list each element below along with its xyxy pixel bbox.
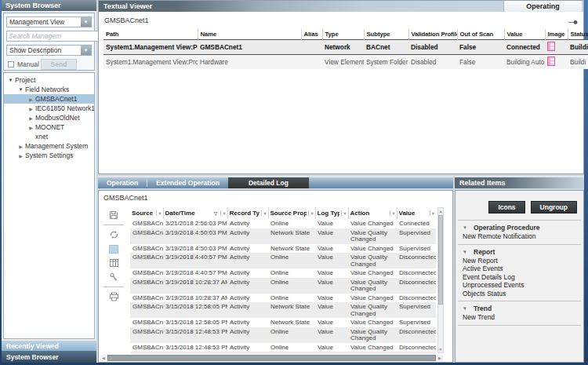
column-header-alias[interactable]: Alias: [301, 29, 322, 40]
related-group-header[interactable]: ▼Trend: [458, 304, 581, 314]
tab-extended-operation[interactable]: Extended Operation: [147, 177, 228, 188]
collapsed-arrow-icon[interactable]: ▶: [16, 153, 25, 159]
tree-item-iec61850-network1[interactable]: ▶IEC61850 Network1: [4, 104, 94, 113]
refresh-icon[interactable]: [106, 228, 122, 242]
tree-item-project[interactable]: ▼Project: [4, 75, 94, 85]
log-row[interactable]: GMSBACnet13/21/2018 2:56:03 PMActivityOn…: [130, 219, 436, 228]
log-row[interactable]: GMSBACnet13/19/2018 4:50:03 PMActivityNe…: [130, 228, 436, 244]
filter-icon[interactable]: ▾: [220, 210, 225, 216]
column-header-source-nam[interactable]: Source Nam▾: [130, 207, 163, 219]
scroll-up-icon[interactable]: ▲: [438, 208, 443, 214]
collapsed-arrow-icon[interactable]: ▶: [16, 144, 25, 149]
log-row[interactable]: GMSBACnet13/19/2018 4:40:57 PMActivityOn…: [130, 253, 436, 268]
key-filter-icon[interactable]: [106, 270, 122, 284]
related-item-new-report[interactable]: New Report: [458, 257, 581, 266]
related-group-header[interactable]: ▼Operating Procedure: [458, 223, 581, 233]
related-item-new-trend[interactable]: New Trend: [458, 314, 581, 323]
columns-icon[interactable]: [106, 256, 122, 270]
search-input[interactable]: [7, 32, 98, 40]
column-header-subtype[interactable]: Subtype: [364, 29, 408, 40]
table-row[interactable]: System1.Management View:Project...GMSBAC…: [103, 40, 588, 55]
print-icon[interactable]: [106, 290, 122, 304]
save-icon[interactable]: [106, 208, 122, 222]
column-header-validation-profile[interactable]: Validation Profile: [408, 29, 457, 40]
related-item-objects-status[interactable]: Objects Status: [458, 290, 581, 299]
cell-record_type: Activity: [227, 294, 268, 303]
filter-icon[interactable]: ▾: [156, 210, 161, 216]
tree-item-xnet[interactable]: xnet: [4, 132, 94, 141]
column-header-record-type[interactable]: Record Type▾: [227, 207, 268, 219]
table-row[interactable]: System1.Management View:Project.F...Hard…: [103, 55, 588, 70]
manual-checkbox[interactable]: [8, 61, 14, 68]
filter-icon[interactable]: ▾: [430, 210, 434, 216]
filter-icon[interactable]: ▾: [308, 210, 313, 216]
pin-icon[interactable]: [568, 20, 578, 25]
icons-button[interactable]: Icons: [488, 201, 524, 214]
cell-value: Disconnected: [397, 294, 436, 303]
column-header-source-propert[interactable]: Source Propert▾: [268, 207, 315, 219]
log-row[interactable]: GMSBACnet13/19/2018 10:28:37 AMActivityO…: [130, 294, 436, 303]
collapsed-arrow-icon[interactable]: ▶: [27, 125, 35, 130]
related-items-body: Icons Ungroup ▼Operating ProcedureNew Re…: [455, 190, 584, 363]
scroll-left-icon[interactable]: ◀: [100, 355, 107, 361]
log-row[interactable]: GMSBACnet13/19/2018 10:28:37 AMActivityO…: [130, 278, 436, 294]
log-row[interactable]: GMSBACnet13/15/2018 12:48:53 PMActivityO…: [130, 327, 436, 343]
scroll-right-icon[interactable]: ▶: [437, 355, 443, 361]
log-row[interactable]: GMSBACnet13/9/2018 2:23:34 PMActivityNet…: [130, 352, 436, 354]
log-row[interactable]: GMSBACnet13/15/2018 12:58:05 PMActivityN…: [130, 318, 436, 327]
related-item-event-details-log[interactable]: Event Details Log: [458, 274, 581, 283]
collapsed-arrow-icon[interactable]: ▶: [27, 97, 35, 102]
related-item-new-remote-notification[interactable]: New Remote Notification: [458, 233, 581, 242]
vertical-scroll-thumb[interactable]: [438, 215, 443, 305]
tree-item-modbusoldnet[interactable]: ▶ModbusOldNet: [4, 113, 94, 122]
log-row[interactable]: GMSBACnet13/15/2018 12:58:05 PMActivityN…: [130, 302, 436, 318]
log-row[interactable]: GMSBACnet13/19/2018 4:50:03 PMActivityNe…: [130, 244, 436, 254]
expanded-arrow-icon[interactable]: ▼: [6, 78, 15, 82]
log-vertical-scrollbar[interactable]: ▲ ▼: [437, 207, 444, 353]
related-item-active-events[interactable]: Active Events: [458, 265, 581, 274]
operating-tab[interactable]: Operating: [503, 1, 582, 12]
log-horizontal-scrollbar[interactable]: ◀ ▶: [100, 355, 443, 361]
send-button[interactable]: Send: [41, 59, 77, 70]
sort-descending-icon[interactable]: ▽: [214, 210, 218, 216]
log-row[interactable]: GMSBACnet13/19/2018 4:40:57 PMActivityOn…: [130, 268, 436, 278]
tree-item-moonet[interactable]: ▶MOONET: [4, 122, 94, 132]
recently-viewed-label: Recently Viewed: [6, 342, 59, 350]
horizontal-scroll-thumb[interactable]: [107, 355, 436, 361]
expanded-arrow-icon[interactable]: ▼: [16, 87, 25, 92]
column-header-action[interactable]: Action▾: [348, 207, 397, 219]
tree-item-system-settings[interactable]: ▶System Settings: [4, 151, 94, 160]
tab-operation[interactable]: Operation: [98, 177, 147, 188]
detail-object-label: GMSBACnet1: [99, 191, 452, 202]
filter-icon[interactable]: ▾: [390, 210, 394, 216]
system-browser-bar[interactable]: System Browser: [2, 351, 96, 363]
column-header-value[interactable]: Value▾: [397, 207, 436, 219]
description-mode-dropdown[interactable]: Show Description ▼: [6, 45, 92, 56]
recently-viewed-bar[interactable]: Recently Viewed: [2, 341, 96, 351]
column-header-log-type[interactable]: Log Type▾: [315, 207, 348, 219]
filter-icon[interactable]: ▾: [341, 210, 346, 216]
tree-item-gmsbacnet1[interactable]: ▶GMSBACnet1: [4, 94, 94, 104]
collapsed-arrow-icon[interactable]: ▶: [27, 115, 35, 121]
column-header-image[interactable]: Image: [545, 29, 568, 40]
color-swatch-icon[interactable]: [106, 242, 122, 256]
related-group-header[interactable]: ▼Report: [458, 247, 581, 257]
column-header-date-time[interactable]: Date/Time▽▾: [163, 207, 227, 219]
column-header-value[interactable]: Value: [504, 29, 545, 40]
collapsed-arrow-icon[interactable]: ▶: [27, 106, 35, 111]
column-header-type[interactable]: Type: [322, 29, 364, 40]
filter-icon[interactable]: ▾: [261, 210, 266, 216]
tab-detailed-log[interactable]: Detailed Log: [228, 177, 309, 188]
scroll-down-icon[interactable]: ▼: [438, 346, 443, 352]
column-header-out-of-scan[interactable]: Out of Scan: [457, 29, 504, 40]
log-row[interactable]: GMSBACnet13/15/2018 12:48:53 PMActivityO…: [130, 343, 436, 352]
ungroup-button[interactable]: Ungroup: [531, 201, 577, 214]
column-header-path[interactable]: Path: [103, 29, 198, 40]
tree-item-field-networks[interactable]: ▼Field Networks: [4, 85, 94, 94]
view-mode-dropdown[interactable]: Management View ▼: [6, 16, 92, 27]
tree-item-management-system[interactable]: ▶Management System: [4, 141, 94, 151]
column-header-status[interactable]: Status: [568, 29, 588, 40]
cell-action: Value Quality Changed: [348, 228, 397, 244]
column-header-name[interactable]: Name: [198, 29, 301, 40]
related-item-unprocessed-events[interactable]: Unprocessed Events: [458, 282, 581, 290]
